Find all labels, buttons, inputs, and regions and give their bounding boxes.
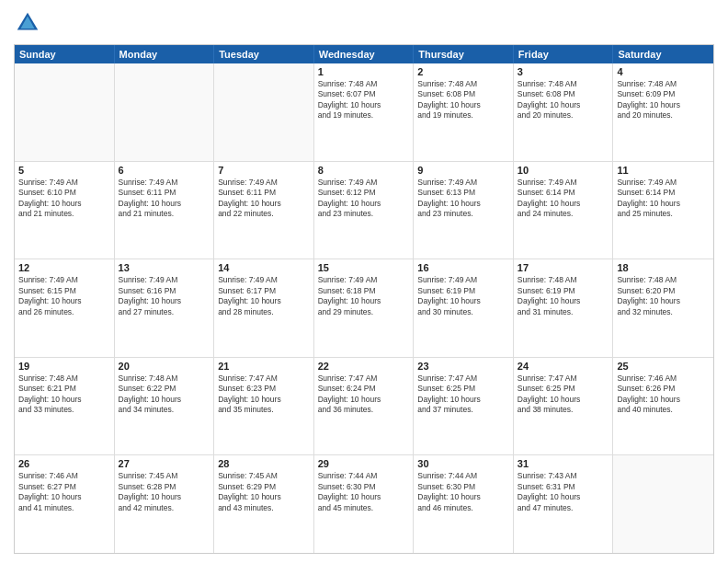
calendar-header-row: SundayMondayTuesdayWednesdayThursdayFrid…: [15, 45, 713, 63]
cell-info: Sunrise: 7:49 AM Sunset: 6:13 PM Dayligh…: [417, 178, 509, 220]
header-cell-monday: Monday: [115, 45, 215, 63]
day-number: 18: [617, 262, 710, 273]
calendar-cell: 28Sunrise: 7:45 AM Sunset: 6:29 PM Dayli…: [214, 455, 314, 553]
calendar-cell: 30Sunrise: 7:44 AM Sunset: 6:30 PM Dayli…: [414, 455, 514, 553]
calendar-row-4: 19Sunrise: 7:48 AM Sunset: 6:21 PM Dayli…: [15, 358, 713, 456]
header-cell-tuesday: Tuesday: [214, 45, 314, 63]
calendar-cell: 5Sunrise: 7:49 AM Sunset: 6:10 PM Daylig…: [15, 162, 115, 259]
calendar-cell: 11Sunrise: 7:49 AM Sunset: 6:14 PM Dayli…: [613, 162, 713, 259]
header-cell-saturday: Saturday: [613, 45, 713, 63]
day-number: 5: [18, 165, 110, 176]
day-number: 15: [318, 262, 410, 273]
day-number: 8: [318, 165, 410, 176]
day-number: 17: [518, 262, 609, 273]
day-number: 9: [417, 165, 509, 176]
cell-info: Sunrise: 7:46 AM Sunset: 6:27 PM Dayligh…: [18, 471, 110, 513]
calendar-cell: 9Sunrise: 7:49 AM Sunset: 6:13 PM Daylig…: [414, 162, 514, 259]
calendar-cell: 10Sunrise: 7:49 AM Sunset: 6:14 PM Dayli…: [514, 162, 614, 259]
calendar-cell: 26Sunrise: 7:46 AM Sunset: 6:27 PM Dayli…: [15, 455, 115, 553]
calendar-cell: 20Sunrise: 7:48 AM Sunset: 6:22 PM Dayli…: [115, 358, 215, 455]
calendar-cell: 15Sunrise: 7:49 AM Sunset: 6:18 PM Dayli…: [314, 259, 415, 357]
calendar-cell: 4Sunrise: 7:48 AM Sunset: 6:09 PM Daylig…: [613, 63, 713, 161]
cell-info: Sunrise: 7:47 AM Sunset: 6:25 PM Dayligh…: [518, 373, 609, 416]
day-number: 3: [518, 66, 609, 77]
calendar-cell: 2Sunrise: 7:48 AM Sunset: 6:08 PM Daylig…: [414, 63, 514, 161]
cell-info: Sunrise: 7:48 AM Sunset: 6:08 PM Dayligh…: [417, 79, 509, 121]
calendar-cell: 1Sunrise: 7:48 AM Sunset: 6:07 PM Daylig…: [314, 63, 415, 161]
cell-info: Sunrise: 7:46 AM Sunset: 6:26 PM Dayligh…: [617, 373, 710, 416]
day-number: 23: [417, 361, 509, 372]
day-number: 6: [119, 165, 210, 176]
header-cell-friday: Friday: [514, 45, 614, 63]
day-number: 7: [218, 165, 310, 176]
cell-info: Sunrise: 7:49 AM Sunset: 6:11 PM Dayligh…: [119, 178, 210, 220]
calendar-cell: 12Sunrise: 7:49 AM Sunset: 6:15 PM Dayli…: [15, 259, 115, 357]
cell-info: Sunrise: 7:47 AM Sunset: 6:24 PM Dayligh…: [318, 373, 410, 416]
calendar-cell: 18Sunrise: 7:48 AM Sunset: 6:20 PM Dayli…: [613, 259, 713, 357]
day-number: 14: [218, 262, 310, 273]
calendar-cell: 13Sunrise: 7:49 AM Sunset: 6:16 PM Dayli…: [115, 259, 215, 357]
day-number: 12: [18, 262, 110, 273]
day-number: 29: [318, 458, 410, 469]
calendar-row-3: 12Sunrise: 7:49 AM Sunset: 6:15 PM Dayli…: [15, 259, 713, 358]
cell-info: Sunrise: 7:49 AM Sunset: 6:17 PM Dayligh…: [218, 275, 310, 317]
calendar-cell: 23Sunrise: 7:47 AM Sunset: 6:25 PM Dayli…: [414, 358, 514, 455]
cell-info: Sunrise: 7:48 AM Sunset: 6:19 PM Dayligh…: [518, 275, 609, 317]
cell-info: Sunrise: 7:49 AM Sunset: 6:10 PM Dayligh…: [18, 178, 110, 220]
cell-info: Sunrise: 7:49 AM Sunset: 6:12 PM Dayligh…: [318, 178, 410, 220]
cell-info: Sunrise: 7:49 AM Sunset: 6:14 PM Dayligh…: [617, 178, 710, 220]
day-number: 28: [218, 458, 310, 469]
cell-info: Sunrise: 7:47 AM Sunset: 6:23 PM Dayligh…: [218, 373, 310, 416]
calendar-cell: 8Sunrise: 7:49 AM Sunset: 6:12 PM Daylig…: [314, 162, 415, 259]
day-number: 16: [417, 262, 509, 273]
cell-info: Sunrise: 7:49 AM Sunset: 6:18 PM Dayligh…: [318, 275, 410, 317]
day-number: 2: [417, 66, 509, 77]
day-number: 30: [417, 458, 509, 469]
calendar-body: 1Sunrise: 7:48 AM Sunset: 6:07 PM Daylig…: [15, 63, 713, 553]
calendar-row-2: 5Sunrise: 7:49 AM Sunset: 6:10 PM Daylig…: [15, 162, 713, 260]
page: SundayMondayTuesdayWednesdayThursdayFrid…: [0, 0, 728, 563]
day-number: 24: [518, 361, 609, 372]
header-cell-sunday: Sunday: [15, 45, 115, 63]
cell-info: Sunrise: 7:48 AM Sunset: 6:08 PM Dayligh…: [518, 79, 609, 121]
day-number: 1: [318, 66, 410, 77]
calendar: SundayMondayTuesdayWednesdayThursdayFrid…: [14, 44, 714, 554]
calendar-cell: [115, 63, 215, 161]
calendar-cell: 19Sunrise: 7:48 AM Sunset: 6:21 PM Dayli…: [15, 358, 115, 455]
calendar-cell: 27Sunrise: 7:45 AM Sunset: 6:28 PM Dayli…: [115, 455, 215, 553]
day-number: 10: [518, 165, 609, 176]
cell-info: Sunrise: 7:48 AM Sunset: 6:20 PM Dayligh…: [617, 275, 710, 317]
calendar-cell: 17Sunrise: 7:48 AM Sunset: 6:19 PM Dayli…: [514, 259, 614, 357]
cell-info: Sunrise: 7:49 AM Sunset: 6:14 PM Dayligh…: [518, 178, 609, 220]
calendar-cell: 22Sunrise: 7:47 AM Sunset: 6:24 PM Dayli…: [314, 358, 415, 455]
header-cell-wednesday: Wednesday: [314, 45, 415, 63]
calendar-cell: 29Sunrise: 7:44 AM Sunset: 6:30 PM Dayli…: [314, 455, 415, 553]
calendar-cell: 7Sunrise: 7:49 AM Sunset: 6:11 PM Daylig…: [214, 162, 314, 259]
calendar-cell: 6Sunrise: 7:49 AM Sunset: 6:11 PM Daylig…: [115, 162, 215, 259]
day-number: 21: [218, 361, 310, 372]
cell-info: Sunrise: 7:49 AM Sunset: 6:15 PM Dayligh…: [18, 275, 110, 317]
calendar-cell: 14Sunrise: 7:49 AM Sunset: 6:17 PM Dayli…: [214, 259, 314, 357]
day-number: 27: [119, 458, 210, 469]
day-number: 11: [617, 165, 710, 176]
cell-info: Sunrise: 7:48 AM Sunset: 6:22 PM Dayligh…: [119, 373, 210, 416]
cell-info: Sunrise: 7:49 AM Sunset: 6:11 PM Dayligh…: [218, 178, 310, 220]
calendar-cell: [214, 63, 314, 161]
logo-icon: [14, 9, 41, 37]
day-number: 25: [617, 361, 710, 372]
day-number: 13: [119, 262, 210, 273]
cell-info: Sunrise: 7:48 AM Sunset: 6:21 PM Dayligh…: [18, 373, 110, 416]
day-number: 20: [119, 361, 210, 372]
day-number: 31: [518, 458, 609, 469]
calendar-cell: 21Sunrise: 7:47 AM Sunset: 6:23 PM Dayli…: [214, 358, 314, 455]
cell-info: Sunrise: 7:45 AM Sunset: 6:29 PM Dayligh…: [218, 471, 310, 513]
day-number: 22: [318, 361, 410, 372]
calendar-cell: 31Sunrise: 7:43 AM Sunset: 6:31 PM Dayli…: [514, 455, 614, 553]
calendar-cell: 16Sunrise: 7:49 AM Sunset: 6:19 PM Dayli…: [414, 259, 514, 357]
calendar-cell: [15, 63, 115, 161]
calendar-row-1: 1Sunrise: 7:48 AM Sunset: 6:07 PM Daylig…: [15, 63, 713, 162]
day-number: 19: [18, 361, 110, 372]
calendar-cell: 3Sunrise: 7:48 AM Sunset: 6:08 PM Daylig…: [514, 63, 614, 161]
cell-info: Sunrise: 7:44 AM Sunset: 6:30 PM Dayligh…: [318, 471, 410, 513]
cell-info: Sunrise: 7:47 AM Sunset: 6:25 PM Dayligh…: [417, 373, 509, 416]
